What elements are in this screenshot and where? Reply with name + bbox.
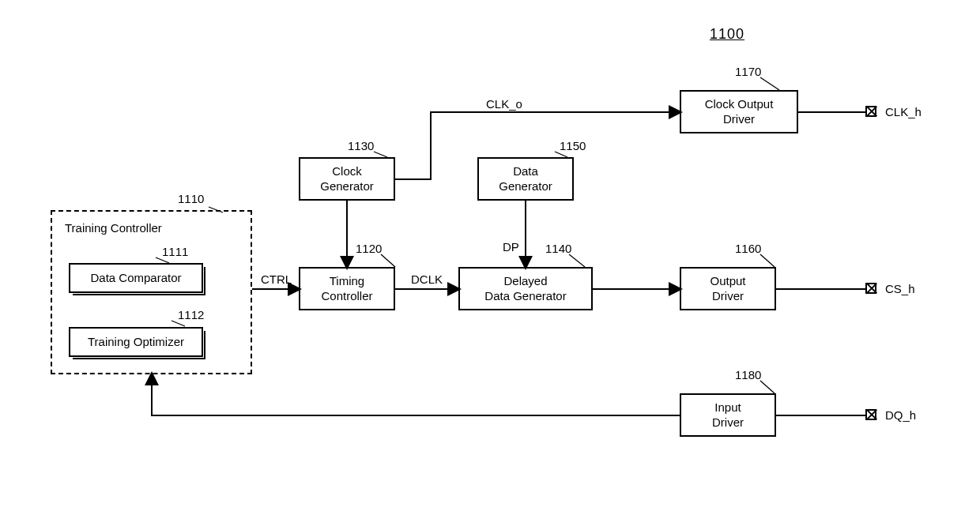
- block-clock-generator: Clock Generator: [299, 157, 395, 201]
- svg-line-17: [760, 381, 775, 393]
- ref-1170: 1170: [735, 65, 761, 78]
- label-clock-output-driver: Clock Output Driver: [705, 97, 774, 127]
- label-delayed-data-generator: Delayed Data Generator: [484, 274, 566, 304]
- ref-1120: 1120: [356, 242, 382, 255]
- label-training-optimizer: Training Optimizer: [88, 335, 184, 350]
- svg-line-11: [381, 254, 395, 267]
- svg-line-16: [760, 77, 779, 90]
- ref-1130: 1130: [348, 139, 374, 152]
- ref-1111: 1111: [162, 245, 188, 258]
- label-data-comparator: Data Comparator: [90, 271, 181, 286]
- label-clock-generator: Clock Generator: [320, 164, 374, 194]
- port-label-clk-h: CLK_h: [885, 105, 922, 118]
- block-clock-output-driver: Clock Output Driver: [680, 90, 798, 133]
- refnum-main: 1100: [710, 26, 744, 43]
- label-input-driver: Input Driver: [712, 400, 744, 430]
- block-output-driver: Output Driver: [680, 267, 776, 310]
- signal-ctrl: CTRL: [261, 272, 292, 286]
- block-data-generator: Data Generator: [477, 157, 574, 201]
- svg-line-12: [374, 152, 387, 157]
- port-label-cs-h: CS_h: [885, 282, 915, 295]
- block-delayed-data-generator: Delayed Data Generator: [458, 267, 593, 310]
- svg-line-15: [760, 254, 775, 267]
- block-training-optimizer: Training Optimizer: [69, 327, 203, 357]
- ref-1112: 1112: [178, 308, 204, 321]
- block-data-comparator: Data Comparator: [69, 263, 203, 293]
- svg-line-14: [555, 152, 567, 157]
- port-label-dq-h: DQ_h: [885, 408, 916, 422]
- ref-1160: 1160: [735, 242, 761, 255]
- label-timing-controller: Timing Controller: [321, 274, 372, 304]
- port-marker-dq-h: [865, 409, 876, 420]
- label-data-generator: Data Generator: [499, 164, 552, 194]
- block-timing-controller: Timing Controller: [299, 267, 395, 310]
- label-training-controller: Training Controller: [65, 221, 162, 235]
- signal-dclk: DCLK: [411, 272, 443, 286]
- ref-1140: 1140: [545, 242, 571, 255]
- ref-1180: 1180: [735, 368, 761, 381]
- label-output-driver: Output Driver: [710, 274, 745, 304]
- ref-1150: 1150: [560, 139, 586, 152]
- port-marker-clk-h: [865, 106, 876, 117]
- svg-line-13: [569, 254, 585, 267]
- ref-1110: 1110: [178, 192, 204, 205]
- diagram-canvas: 1100 Training Controller Data Comparator…: [0, 0, 980, 511]
- signal-clk-o: CLK_o: [486, 97, 522, 111]
- port-marker-cs-h: [865, 283, 876, 294]
- signal-dp: DP: [503, 240, 519, 254]
- block-input-driver: Input Driver: [680, 393, 776, 437]
